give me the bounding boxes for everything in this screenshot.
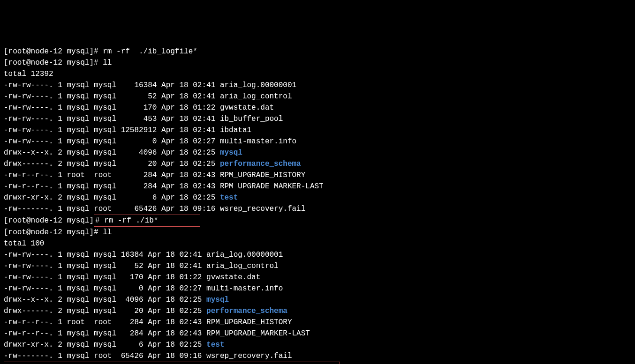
file-name: wsrep_recovery.fail xyxy=(220,205,305,213)
command-line: [root@node-12 mysql]# ll xyxy=(4,57,631,68)
file-name: ibdata1 xyxy=(220,126,251,134)
directory-name: performance_schema xyxy=(220,160,301,168)
directory-name: performance_schema xyxy=(206,307,287,315)
file-name: RPM_UPGRADE_HISTORY xyxy=(206,318,292,327)
ls-row: -rw-rw----. 1 mysql mysql 12582912 Apr 1… xyxy=(4,125,631,136)
directory-name: mysql xyxy=(206,296,229,304)
command-line: [root@node-12 mysql]# service mysql star… xyxy=(5,362,339,364)
file-name: multi-master.info xyxy=(206,284,283,293)
directory-name: mysql xyxy=(220,149,242,157)
output-line: total 100 xyxy=(4,238,631,249)
output-line: total 12392 xyxy=(4,68,631,80)
ls-row: -rw-rw----. 1 mysql mysql 16384 Apr 18 0… xyxy=(4,249,631,260)
ls-row: drwxr-xr-x. 2 mysql mysql 6 Apr 18 02:25… xyxy=(4,339,631,350)
file-name: RPM_UPGRADE_HISTORY xyxy=(220,171,305,179)
highlighted-block: [root@node-12 mysql]# service mysql star… xyxy=(4,362,340,364)
ls-row: -rw-rw----. 1 mysql mysql 16384 Apr 18 0… xyxy=(4,80,631,91)
command-line: [root@node-12 mysql]# ll xyxy=(4,227,631,238)
command-line: [root@node-12 mysql]# rm -rf ./ib* xyxy=(4,215,631,227)
ls-row: -rw-------. 1 mysql root 65426 Apr 18 09… xyxy=(4,203,631,215)
directory-name: test xyxy=(220,193,238,202)
ls-row: -rw-rw----. 1 mysql mysql 170 Apr 18 01:… xyxy=(4,102,631,113)
file-name: ib_buffer_pool xyxy=(220,115,283,123)
directory-name: test xyxy=(206,341,224,349)
file-name: aria_log_control xyxy=(220,92,292,101)
ls-row: -rw-rw----. 1 mysql mysql 453 Apr 18 02:… xyxy=(4,113,631,125)
ls-row: -rw-rw----. 1 mysql mysql 0 Apr 18 02:27… xyxy=(4,136,631,147)
ls-row: drwx--x--x. 2 mysql mysql 4096 Apr 18 02… xyxy=(4,147,631,158)
ls-row: drwx--x--x. 2 mysql mysql 4096 Apr 18 02… xyxy=(4,294,631,305)
ls-row: -rw-------. 1 mysql root 65426 Apr 18 09… xyxy=(4,350,631,362)
ls-row: -rw-rw----. 1 mysql mysql 170 Apr 18 01:… xyxy=(4,272,631,283)
ls-row: -rw-rw----. 1 mysql mysql 0 Apr 18 02:27… xyxy=(4,283,631,294)
file-name: gvwstate.dat xyxy=(220,104,274,112)
ls-row: -rw-r--r--. 1 mysql mysql 284 Apr 18 02:… xyxy=(4,328,631,339)
file-name: multi-master.info xyxy=(220,137,296,146)
file-name: RPM_UPGRADE_MARKER-LAST xyxy=(206,329,310,338)
ls-row: drwx------. 2 mysql mysql 20 Apr 18 02:2… xyxy=(4,158,631,170)
terminal-output[interactable]: [root@node-12 mysql]# rm -rf ./ib_logfil… xyxy=(4,46,631,364)
ls-row: drwx------. 2 mysql mysql 20 Apr 18 02:2… xyxy=(4,305,631,317)
file-name: aria_log.00000001 xyxy=(220,81,296,89)
file-name: aria_log.00000001 xyxy=(206,251,283,259)
highlighted-command: # rm -rf ./ib* xyxy=(94,215,200,227)
ls-row: -rw-r--r--. 1 root root 284 Apr 18 02:43… xyxy=(4,317,631,328)
file-name: aria_log_control xyxy=(206,262,279,270)
file-name: wsrep_recovery.fail xyxy=(206,352,292,360)
ls-row: -rw-rw----. 1 mysql mysql 52 Apr 18 02:4… xyxy=(4,91,631,102)
file-name: RPM_UPGRADE_MARKER-LAST xyxy=(220,182,324,191)
command-line: [root@node-12 mysql]# rm -rf ./ib_logfil… xyxy=(4,46,631,57)
ls-row: -rw-r--r--. 1 root root 284 Apr 18 02:43… xyxy=(4,170,631,181)
ls-row: -rw-r--r--. 1 mysql mysql 284 Apr 18 02:… xyxy=(4,181,631,192)
ls-row: -rw-rw----. 1 mysql mysql 52 Apr 18 02:4… xyxy=(4,260,631,272)
file-name: gvwstate.dat xyxy=(206,273,260,282)
ls-row: drwxr-xr-x. 2 mysql mysql 6 Apr 18 02:25… xyxy=(4,192,631,203)
